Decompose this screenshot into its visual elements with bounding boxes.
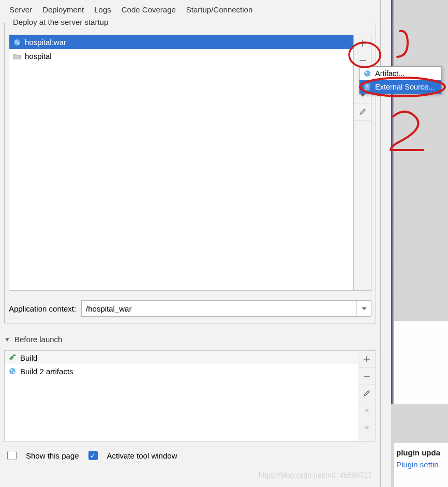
show-this-page-label: Show this page xyxy=(26,451,79,460)
minus-icon xyxy=(363,372,371,380)
before-launch-list[interactable]: Build Build 2 artifacts xyxy=(5,351,358,441)
deploy-item[interactable]: hospital xyxy=(9,49,353,63)
activate-tool-window-label: Activate tool window xyxy=(107,451,177,460)
svg-point-8 xyxy=(366,72,367,73)
web-artifact-icon xyxy=(8,366,17,376)
before-launch-item[interactable]: Build 2 artifacts xyxy=(5,364,358,378)
svg-point-4 xyxy=(9,368,16,374)
folder-icon xyxy=(12,52,22,61)
plus-icon xyxy=(359,39,367,48)
svg-rect-3 xyxy=(13,355,16,356)
before-launch-item-label: Build 2 artifacts xyxy=(20,367,73,376)
before-launch-title: Before launch xyxy=(14,335,63,344)
add-popup-menu: Artifact... External Source... xyxy=(359,66,442,94)
tab-code-coverage[interactable]: Code Coverage xyxy=(116,2,181,20)
chevron-down-icon xyxy=(360,304,368,313)
tabs-bar: Server Deployment Logs Code Coverage Sta… xyxy=(0,0,380,20)
context-dropdown-button[interactable] xyxy=(356,301,371,316)
document-icon xyxy=(363,82,372,92)
tab-logs[interactable]: Logs xyxy=(89,2,116,20)
hammer-icon xyxy=(8,353,17,362)
context-label: Application context: xyxy=(9,304,76,313)
bl-add-button[interactable] xyxy=(358,351,376,368)
before-launch-item[interactable]: Build xyxy=(5,351,358,364)
deploy-container: hospital:war hospital xyxy=(9,35,371,291)
chevron-up-icon xyxy=(363,406,371,415)
svg-point-0 xyxy=(14,39,20,46)
tab-server[interactable]: Server xyxy=(4,2,37,20)
minus-icon xyxy=(359,56,367,65)
collapse-arrow-icon: ▼ xyxy=(4,336,10,343)
bl-remove-button[interactable] xyxy=(358,368,376,385)
deploy-item-label: hospital:war xyxy=(25,38,66,47)
web-artifact-icon xyxy=(363,69,372,78)
svg-point-7 xyxy=(364,70,370,77)
plugin-update-title: plugin upda xyxy=(396,448,448,457)
bl-up-button[interactable] xyxy=(358,402,376,419)
chevron-down-icon xyxy=(363,423,371,432)
popup-item-label: Artifact... xyxy=(375,69,405,78)
pencil-icon xyxy=(363,389,371,397)
plus-icon xyxy=(363,355,371,363)
popup-item-external-source[interactable]: External Source... xyxy=(360,80,441,94)
show-this-page-checkbox[interactable] xyxy=(7,451,17,460)
config-panel: Server Deployment Logs Code Coverage Sta… xyxy=(0,0,381,487)
before-launch-toolbar xyxy=(358,351,376,441)
deploy-list[interactable]: hospital:war hospital xyxy=(9,35,354,291)
deploy-item[interactable]: hospital:war xyxy=(9,35,353,49)
deploy-item-label: hospital xyxy=(25,52,52,61)
svg-point-1 xyxy=(16,40,17,42)
add-button[interactable] xyxy=(354,35,371,52)
tab-startup-connection[interactable]: Startup/Connection xyxy=(181,2,258,20)
web-artifact-icon xyxy=(12,38,22,47)
svg-point-2 xyxy=(18,42,19,44)
activate-tool-window-checkbox[interactable]: ✓ xyxy=(88,451,98,460)
toolbar-spacer xyxy=(354,121,371,290)
deploy-legend: Deploy at the server startup xyxy=(10,18,111,26)
before-launch-container: Build Build 2 artifacts xyxy=(4,350,376,441)
plugin-settings-link[interactable]: Plugin settin xyxy=(396,460,448,469)
plugin-notification: plugin upda Plugin settin xyxy=(394,442,448,487)
options-row: Show this page ✓ Activate tool window xyxy=(7,451,373,460)
popup-item-label: External Source... xyxy=(375,83,435,91)
deploy-groupbox: Deploy at the server startup hospital:wa… xyxy=(4,23,376,323)
context-row: Application context: xyxy=(9,300,371,317)
before-launch-item-label: Build xyxy=(20,353,37,362)
bl-edit-button[interactable] xyxy=(358,385,376,402)
bl-down-button[interactable] xyxy=(358,419,376,436)
pencil-icon xyxy=(359,108,367,116)
watermark-text: https://blog.csdn.net/m0_46590717 xyxy=(259,471,372,479)
before-launch-section: ▼ Before launch Build Build 2 artifacts xyxy=(4,335,376,441)
application-context-combo[interactable] xyxy=(81,300,371,317)
application-context-input[interactable] xyxy=(82,301,356,316)
background-image-area xyxy=(394,321,448,404)
svg-point-6 xyxy=(13,372,14,373)
svg-point-5 xyxy=(11,370,12,371)
tab-deployment[interactable]: Deployment xyxy=(37,2,89,20)
before-launch-header[interactable]: ▼ Before launch xyxy=(4,335,376,347)
edit-button[interactable] xyxy=(354,104,371,121)
popup-item-artifact[interactable]: Artifact... xyxy=(360,67,441,80)
